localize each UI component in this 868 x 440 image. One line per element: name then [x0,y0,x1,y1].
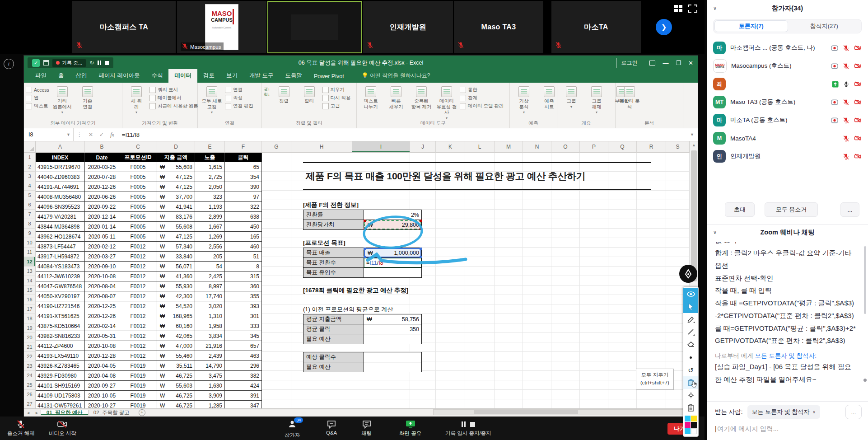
sheet-tab[interactable]: 02_주목할 광고 [88,410,135,415]
sidebar-tab[interactable]: 참석자(27) [788,20,861,32]
row-header-4[interactable]: 4 [24,181,36,191]
participant-row[interactable]: 마마소TA (공동 호스트) [707,111,868,129]
ribbon-command[interactable]: 텍스트 나누기 [359,85,383,109]
record-pause-stop-button[interactable]: 기록 일시 중지/중지 [445,420,491,437]
ribbon-command[interactable]: 새 쿼 리▾ [124,85,149,114]
row-header-1[interactable]: 1 [24,153,36,162]
ribbon-tab-Power Pivot[interactable]: Power Pivot [308,70,350,83]
ribbon-command[interactable]: 속성 [225,95,253,101]
row-header-17[interactable]: 17 [24,304,36,314]
ribbon-tab-수식[interactable]: 수식 [145,69,168,83]
video-tile[interactable]: Maso TA3 [454,1,543,53]
cell-value[interactable]: 2% [364,210,421,220]
table-row[interactable]: 44096-SN3955232020-09-22F0005₩41,9411,19… [36,202,262,212]
row-header-26[interactable]: 26 [24,390,36,399]
row-header-21[interactable]: 21 [24,342,36,352]
row-header-22[interactable]: 22 [24,352,36,361]
mute-all-button[interactable]: 모두 음소거 [765,202,818,217]
cell-value[interactable]: =I11/I8 [364,258,421,267]
ribbon-command[interactable]: 그룹 해제▾ [584,85,609,114]
confirm-entry-button[interactable]: ✓ [96,131,107,138]
qa-button[interactable]: Q&A [326,420,337,435]
video-tile[interactable]: 마소TA [551,1,641,53]
row-header-14[interactable]: 14 [24,276,36,286]
sort-icon[interactable]: 힉↓ [264,93,270,97]
table-row[interactable]: 43982-SN8162332020-05-31F0012₩42,0653,83… [36,331,262,341]
ribbon-command[interactable]: 정렬 [272,85,296,104]
invite-button[interactable]: 초대 [725,202,755,217]
annotate-pen-logo-icon[interactable] [679,265,697,283]
ribbon-command[interactable]: 고급 [322,103,351,109]
pause-recording-button[interactable] [98,61,101,65]
column-header-I[interactable]: I [352,141,410,153]
video-tile[interactable]: MASOCAMPUSActionable ContentMasocampus [177,1,266,53]
column-header-C[interactable]: C [119,141,157,153]
cancel-entry-button[interactable]: ✕ [85,131,96,138]
table-row[interactable]: 44179-VA202812020-12-14F0005₩83,1762,899… [36,212,262,222]
table-row[interactable]: 44050-XV2901972020-08-07F0012₩42,30017,7… [36,291,262,301]
line-tool[interactable] [683,326,698,338]
name-box[interactable]: I8▼ [24,128,74,141]
ribbon-command[interactable]: Access [26,87,49,93]
ribbon-command[interactable]: 텍스트 [26,103,49,109]
color-palette[interactable] [683,414,698,435]
video-tile[interactable]: 인재개발원 [363,1,453,53]
add-sheet-button[interactable]: + [139,409,145,416]
participant-row[interactable]: 인인재개발원 [707,147,868,165]
column-header-H[interactable]: H [291,141,352,153]
ribbon-command[interactable]: 통합 [460,87,504,93]
stop-recording-button[interactable] [105,61,109,65]
participant-row[interactable]: 마마소캠퍼스 ... (공동 호스트, 나) [707,39,868,57]
ribbon-tab-삽입[interactable]: 삽입 [70,69,93,83]
minimize-button[interactable]: — [663,60,668,66]
sheet-tab[interactable]: 01_필요한 예산 [41,410,88,415]
ribbon-command[interactable]: 그룹▾ [559,85,583,109]
row-header-2[interactable]: 2 [24,162,36,172]
restore-button[interactable]: ❐ [676,60,681,66]
cell-value[interactable] [364,352,421,362]
close-button[interactable]: ✕ [688,60,693,66]
row-header-9[interactable]: 9 [24,229,36,238]
expand-formula-bar-icon[interactable]: ▼ [690,132,698,137]
table-row[interactable]: 44112-JW6102392020-10-08F0012₩41,3602,42… [36,271,262,281]
row-header-27[interactable]: 27 [24,399,36,409]
worksheet-grid[interactable]: INDEXDate프로모션ID지출 금액노출클릭43915-DR71967020… [36,153,690,409]
participant-row[interactable]: MTMaso TA3 (공동 호스트) [707,93,868,111]
formula-input[interactable]: =I11/I8 [117,131,690,138]
ribbon-tab-데이터[interactable]: 데이터 [168,69,197,83]
table-row[interactable]: 44040-ZD9603832020-07-28F0005₩47,1252,72… [36,172,262,182]
column-header-A[interactable]: A [36,141,85,153]
ribbon-tab-검토[interactable]: 검토 [197,69,220,83]
ribbon-command[interactable]: 쿼리 표시 [149,87,198,93]
chat-messages[interactable]: 값 요약합계 : 클릭2 마우스 우클릭-값 요약 기준-기타 옵션표준편차 선… [715,242,856,398]
spotlight-eye-tool[interactable] [683,288,698,300]
ribbon-command[interactable]: 기존 연결 [75,85,100,109]
row-header-7[interactable]: 7 [24,210,36,219]
table-row[interactable]: 43929-FD309802020-04-08F0019₩46,7253,475… [36,371,262,381]
gallery-view-icon[interactable] [674,5,683,13]
ribbon-tab-보기[interactable]: 보기 [220,69,243,83]
sheet-nav-right-icon[interactable]: ► [33,411,41,415]
row-header-25[interactable]: 25 [24,380,36,390]
insert-function-button[interactable]: fx [107,131,117,138]
ribbon-command[interactable]: 빠른 채우기 [384,85,408,109]
row-header-3[interactable]: 3 [24,172,36,181]
ribbon-tab-도움말[interactable]: 도움말 [279,69,308,83]
chat-button[interactable]: 채팅 [361,420,372,437]
ribbon-command[interactable]: 데이터 분석 [617,85,642,109]
tell-me-box[interactable]: 💡 어떤 작업을 원하시나요? [362,72,430,83]
table-row[interactable]: 44191-AL7446912020-12-26F0005₩47,1252,05… [36,182,262,192]
draw-tool[interactable] [683,313,698,326]
column-header-S[interactable]: S [666,141,690,153]
row-header-6[interactable]: 6 [24,200,36,210]
row-header-20[interactable]: 20 [24,333,36,342]
row-header-16[interactable]: 16 [24,295,36,304]
column-header-P[interactable]: P [580,141,608,153]
info-icon[interactable]: i [4,59,14,69]
table-row[interactable]: 44193-LX5491102020-12-28F0012₩55,4602,43… [36,351,262,361]
participants-button[interactable]: 34 참가자 [285,420,300,439]
start-video-button[interactable]: 비디오 시작 [49,420,76,437]
column-header-B[interactable]: B [85,141,119,153]
ribbon-tab-개발 도구[interactable]: 개발 도구 [243,69,279,83]
ribbon-command[interactable]: 필터 [297,85,322,104]
